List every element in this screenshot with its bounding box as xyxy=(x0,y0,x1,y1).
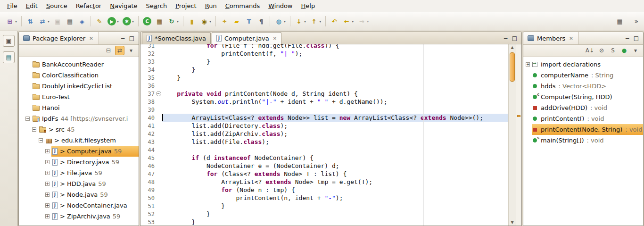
member-item[interactable]: +import declarations xyxy=(523,59,643,70)
scroll-up-icon[interactable]: ▲ xyxy=(509,44,516,50)
code-line[interactable]: 45if (d instanceof NodeContainer) { xyxy=(140,154,508,162)
menu-item-refactor[interactable]: Refactor xyxy=(72,0,106,11)
overview-ruler[interactable] xyxy=(516,44,521,226)
scrollbar-track[interactable] xyxy=(509,50,516,219)
tree-item[interactable]: Hanoi xyxy=(19,102,139,113)
minimize-view-button[interactable]: − xyxy=(121,35,125,41)
new-wizard-dropdown[interactable]: ⊞▾ xyxy=(4,16,18,27)
new-class-button[interactable]: C xyxy=(141,16,153,27)
code-line[interactable]: 53} xyxy=(140,218,508,226)
member-item[interactable]: cComputer(String, HDD) xyxy=(523,92,643,102)
menu-item-navigate[interactable]: Navigate xyxy=(106,0,141,11)
show-text-button[interactable]: T xyxy=(243,16,255,27)
collapse-icon[interactable]: − xyxy=(39,138,43,142)
maximize-editor-button[interactable]: □ xyxy=(512,35,517,41)
code-line[interactable]: 50printContent(n, ident + "-"); xyxy=(140,194,508,202)
browser-dropdown[interactable]: ◍▾ xyxy=(273,16,287,27)
breakpoints-button[interactable]: ◈ xyxy=(76,16,88,27)
tree-item[interactable]: −> edu.kit.filesystem xyxy=(19,135,139,146)
code-line[interactable]: 43list.add(File.class); xyxy=(140,138,508,146)
scroll-down-icon[interactable]: ▼ xyxy=(509,219,516,226)
code-line[interactable]: 38System.out.println("|-" + ident + " " … xyxy=(140,98,508,106)
member-item[interactable]: addDrive(HDD) : void xyxy=(523,102,643,113)
back-dropdown[interactable]: ←▾ xyxy=(341,16,355,27)
tree-item[interactable]: +J> Node.java59 xyxy=(19,189,139,200)
code-line[interactable]: 33} xyxy=(140,58,508,66)
collapse-icon[interactable]: − xyxy=(32,127,36,132)
menu-item-search[interactable]: Search xyxy=(142,0,172,11)
view-menu-dropdown[interactable]: ▾ xyxy=(126,46,136,55)
code-line[interactable]: 46NodeContainer e = (NodeContainer) d; xyxy=(140,162,508,170)
next-annotation-dropdown[interactable]: ↓▾ xyxy=(293,16,307,27)
code-line[interactable]: 42list.add(ZipArchiv.class); xyxy=(140,130,508,138)
search-dropdown[interactable]: ◉▾ xyxy=(198,16,213,27)
console-button[interactable]: ▦ xyxy=(614,16,625,27)
menu-item-help[interactable]: Help xyxy=(297,0,320,11)
expand-icon[interactable]: + xyxy=(45,149,50,153)
highlighter-button[interactable]: ▰ xyxy=(231,16,242,27)
tree-item[interactable]: +J> NodeContainer.java xyxy=(19,200,139,211)
sort-button[interactable]: A↓ xyxy=(585,46,595,55)
tree-item[interactable]: +J> Computer.java59 xyxy=(19,146,139,157)
menu-item-file[interactable]: File xyxy=(3,0,22,11)
view-menu-dropdown[interactable]: ▾ xyxy=(631,46,640,55)
hide-fields-button[interactable]: ⊘ xyxy=(597,46,606,55)
jar-export-button[interactable]: ▮ xyxy=(186,16,198,27)
code-line[interactable]: 48ArrayList<? extends Node> tmp = e.get(… xyxy=(140,178,508,186)
member-item[interactable]: printContent(Node, String) : void xyxy=(523,124,643,135)
new-package-button[interactable]: ▦ xyxy=(154,16,165,27)
minimize-view-button[interactable]: − xyxy=(625,35,630,41)
link-with-editor-button[interactable]: ⇄ xyxy=(115,46,124,55)
member-item[interactable]: smain(String[]) : void xyxy=(523,135,643,146)
tree-item[interactable]: Euro-Test xyxy=(19,92,139,102)
maximize-view-button[interactable]: □ xyxy=(634,35,639,41)
minimize-editor-button[interactable]: − xyxy=(504,35,508,41)
maximize-view-button[interactable]: □ xyxy=(129,35,134,41)
tree-item[interactable]: DoublyLinkedCyclicList xyxy=(19,81,139,92)
tree-item[interactable]: +J> File.java59 xyxy=(19,167,139,178)
menu-item-project[interactable]: Project xyxy=(171,0,201,11)
code-line[interactable]: 40ArrayList<Class<? extends Node>> list … xyxy=(140,114,508,122)
tree-item[interactable]: +J> Directory.java59 xyxy=(19,157,139,167)
print-button[interactable]: ▤ xyxy=(64,16,75,27)
tree-item[interactable]: −JIpdFs44 [https://svnserver.i xyxy=(19,113,139,124)
expand-icon[interactable]: + xyxy=(45,193,50,197)
expand-icon[interactable]: + xyxy=(45,182,50,186)
menu-item-edit[interactable]: Edit xyxy=(22,0,42,11)
code-line[interactable]: 51} xyxy=(140,202,508,210)
expand-icon[interactable]: + xyxy=(45,171,50,175)
editor-tab[interactable]: J*SomeClass.java xyxy=(142,32,211,44)
code-line[interactable]: 39 xyxy=(140,106,508,114)
members-view-tab[interactable]: Members ✕ xyxy=(523,32,579,44)
expand-icon[interactable]: + xyxy=(45,214,50,218)
code-line[interactable]: 34} xyxy=(140,66,508,74)
checkout-button[interactable]: ⇅ xyxy=(25,16,36,27)
code-line[interactable]: 32printContent(f, "|-"); xyxy=(140,50,508,58)
toolbar-overflow-chevron[interactable]: » xyxy=(632,17,640,25)
key-button[interactable]: ✦ xyxy=(219,16,230,27)
scrollbar-thumb[interactable] xyxy=(510,52,515,82)
close-tab-icon[interactable]: ✕ xyxy=(273,36,277,41)
member-item[interactable]: printContent() : void xyxy=(523,113,643,124)
overview-annotation-mark[interactable] xyxy=(517,115,520,117)
expand-icon[interactable]: + xyxy=(45,203,50,208)
member-item[interactable]: computerName : String xyxy=(523,70,643,81)
collapse-icon[interactable]: − xyxy=(25,117,30,121)
prev-annotation-dropdown[interactable]: ↑▾ xyxy=(308,16,322,27)
code-line[interactable]: 52} xyxy=(140,210,508,218)
editor-tab[interactable]: JComputer.java✕ xyxy=(212,32,281,44)
close-view-icon[interactable]: ✕ xyxy=(88,35,94,42)
refresh-dropdown[interactable]: ↻▾ xyxy=(166,16,180,27)
skip-breakpoints-button[interactable]: ✎ xyxy=(94,16,105,27)
tree-item[interactable]: +J> ZipArchiv.java59 xyxy=(19,211,139,222)
editor-scrollbar[interactable]: ▲ ▼ xyxy=(508,44,516,226)
member-item[interactable]: hdds : Vector<HDD> xyxy=(523,81,643,92)
code-line[interactable]: 44 xyxy=(140,146,508,154)
whitespace-button[interactable]: ¶ xyxy=(256,16,267,27)
restore-view-button[interactable]: ▣ xyxy=(3,35,15,47)
run-dropdown[interactable]: ▶▾ xyxy=(106,16,120,27)
editor-shortcut-button[interactable]: ▤ xyxy=(3,51,15,63)
package-explorer-view-tab[interactable]: Package Explorer ✕ xyxy=(19,32,99,44)
last-edit-button[interactable]: ↶ xyxy=(329,16,340,27)
menu-item-window[interactable]: Window xyxy=(264,0,297,11)
